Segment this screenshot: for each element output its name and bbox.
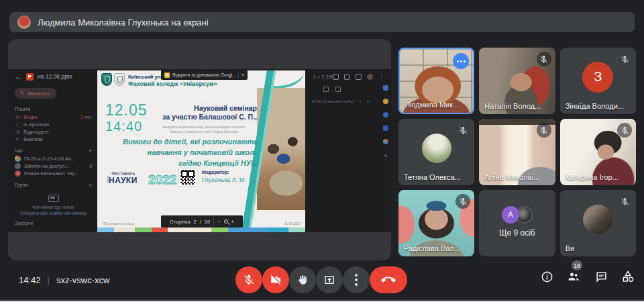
sidebar-item-snoozed[interactable]: ◷ Відкладені: [15, 128, 92, 136]
contacts-icon[interactable]: [383, 125, 388, 131]
slide-time: 14:40: [105, 119, 142, 134]
participant-tile-tetiana[interactable]: Тетяна Олекса...: [398, 119, 474, 185]
participant-name: Зінаїда Володи...: [566, 102, 624, 110]
chat-section-header[interactable]: Чат+: [15, 146, 92, 155]
chat-avatar: [15, 163, 21, 169]
plus-icon[interactable]: +: [384, 152, 387, 159]
download-icon[interactable]: [356, 74, 362, 80]
account-avatar[interactable]: [367, 74, 373, 80]
presenting-banner: Людмила Миколаївна Глухенька на екрані: [9, 12, 635, 32]
mic-muted-icon: [537, 123, 551, 138]
keep-icon[interactable]: [383, 99, 388, 104]
tasks-icon[interactable]: [383, 112, 388, 117]
mic-muted-icon: [455, 123, 470, 138]
sidebar-item-inbox[interactable]: ✉ Вхідні 1 тис.: [15, 113, 92, 121]
more-options-icon[interactable]: ⋮: [375, 99, 379, 103]
gmail-sidebar: ✎ Написати Пошта ✉ Вхідні 1 тис. ☆ Із зі…: [8, 84, 97, 232]
next-slide-preview: [97, 228, 305, 232]
total-pages: 10: [205, 219, 210, 225]
presenter-avatar: [17, 15, 31, 29]
mic-muted-icon: [537, 52, 551, 66]
zoom-out-button[interactable]: −: [217, 219, 220, 225]
compose-button[interactable]: ✎ Написати: [15, 88, 56, 99]
mic-muted-icon: [617, 52, 632, 66]
create-room-link[interactable]: Створити або знайти чат-кімнату: [15, 211, 92, 215]
participant-tile-radislava[interactable]: Радіслава Вал...: [398, 190, 474, 256]
print-icon[interactable]: [344, 74, 350, 80]
clock-time: 14:42: [19, 275, 41, 285]
plus-icon[interactable]: +: [89, 148, 92, 154]
more-options-icon[interactable]: ⋮: [378, 73, 384, 80]
camera-toggle-button[interactable]: [262, 266, 289, 293]
mail-section-header[interactable]: Пошта: [15, 105, 92, 113]
inbox-icon: ✉: [15, 115, 20, 120]
email-pagination: 1 з 3 396: [313, 74, 334, 79]
mic-muted-icon: [617, 194, 632, 209]
participant-name: Людмила Мик...: [405, 101, 459, 109]
sidebar-item-starred[interactable]: ☆ Із зірочкою: [15, 121, 92, 128]
chat-avatar: Р: [15, 170, 21, 177]
show-participants-button[interactable]: [566, 268, 582, 285]
zoom-in-button[interactable]: +: [231, 219, 234, 225]
clock-icon: ◷: [15, 130, 20, 135]
open-with-button[interactable]: Відкрити за допомогою Googl... ▾: [161, 70, 248, 80]
addons-icon[interactable]: [383, 139, 388, 144]
star-icon[interactable]: ☆: [359, 99, 362, 103]
groups-empty-state: Чат-кімнат ще немає Створити або знайти …: [15, 195, 92, 215]
meet-section-header[interactable]: Зустрічі: [15, 219, 92, 228]
chat-button[interactable]: [593, 268, 609, 285]
participant-tile-alina[interactable]: Аліна Миколаї...: [479, 119, 555, 185]
more-participants-tile[interactable]: А Ще 9 осіб: [479, 190, 555, 256]
participant-tile-liudmyla[interactable]: Людмила Мик...: [398, 48, 474, 114]
slide-subtitle: кандидата педагогічних наук, доцента каф…: [150, 125, 258, 135]
meeting-details-button[interactable]: [539, 268, 555, 285]
more-participants-label: Ще 9 осіб: [499, 228, 535, 238]
chat-item-2[interactable]: Запити на доступ... 2: [15, 162, 92, 170]
present-screen-button[interactable]: [316, 266, 343, 293]
slide-footer-date: 11.05.2022: [284, 222, 300, 225]
moderator-name: Глухенька Л. М.: [202, 177, 246, 183]
bottom-bar: 14:42 | sxz-vswc-xcw 18: [0, 260, 644, 301]
moderator-label: Модератор:: [202, 170, 229, 174]
activities-button[interactable]: [620, 268, 636, 285]
university-logo: [101, 73, 112, 86]
participant-name: Тетяна Олекса...: [404, 173, 461, 181]
shared-screen-content: ← P на 12.06.pptx ⋮ ✎ Написати: [8, 69, 391, 232]
participant-tile-zinaida[interactable]: З Зінаїда Володи...: [560, 48, 636, 114]
more-options-button[interactable]: [343, 266, 370, 293]
participant-name: Радіслава Вал...: [404, 244, 460, 252]
end-call-button[interactable]: [370, 266, 407, 293]
important-icon: »: [15, 137, 20, 142]
photo-avatar: [422, 134, 451, 163]
sidebar-item-important[interactable]: » Важливі: [15, 136, 92, 143]
reply-icon[interactable]: ↩: [367, 99, 370, 103]
calendar-icon[interactable]: [383, 85, 388, 91]
print-email-icon[interactable]: [323, 87, 329, 92]
photo-avatar: [583, 205, 612, 234]
participant-grid: Людмила Мик... Наталія Волод... З Зінаїд…: [398, 48, 636, 256]
raise-hand-button[interactable]: [289, 266, 316, 293]
chat-item-1[interactable]: ПІ-20-х-2-19-4.00 Ан..: [15, 155, 92, 162]
plus-icon[interactable]: +: [89, 182, 92, 189]
meeting-info: 14:42 | sxz-vswc-xcw: [19, 275, 109, 285]
page-toolbar: Сторінка 2 / 10 − +: [161, 215, 243, 228]
back-icon[interactable]: ←: [15, 72, 22, 81]
groups-section-header[interactable]: Групи+: [15, 181, 92, 189]
google-slides-icon: [164, 72, 170, 78]
participant-name: Катерина Ігор...: [566, 173, 619, 181]
participant-count-badge: 18: [572, 260, 582, 270]
chat-item-3[interactable]: Р Роман Євгенович Тер..: [15, 170, 92, 177]
open-in-new-icon[interactable]: [335, 87, 341, 92]
participant-tile-kateryna[interactable]: Катерина Ігор...: [560, 119, 636, 185]
chat-count: 2: [89, 164, 92, 168]
pencil-icon: ✎: [19, 91, 25, 96]
participant-name: Аліна Миколаї...: [484, 173, 539, 181]
zoom-icon[interactable]: [224, 219, 228, 223]
participant-tile-nataliia[interactable]: Наталія Волод...: [479, 48, 555, 114]
chevron-down-icon[interactable]: ▾: [238, 72, 244, 78]
mic-toggle-button[interactable]: [235, 266, 262, 293]
rooms-empty-icon: [48, 195, 59, 202]
screenshare-tile[interactable]: ← P на 12.06.pptx ⋮ ✎ Написати: [8, 39, 391, 260]
self-tile[interactable]: Ви: [560, 190, 636, 256]
participant-name: Ви: [566, 244, 574, 252]
